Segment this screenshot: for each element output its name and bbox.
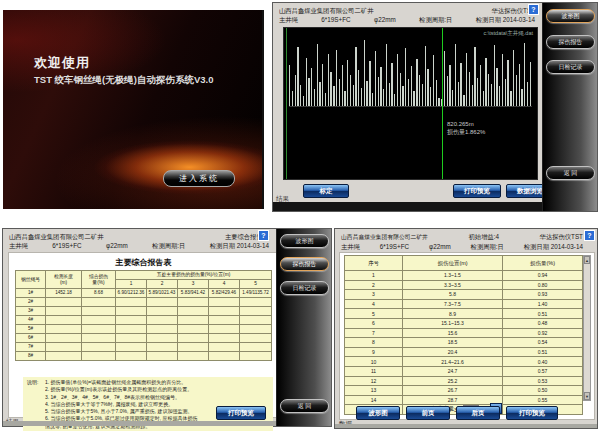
table-cell	[178, 352, 209, 361]
table-cell: 13	[345, 386, 403, 396]
enter-system-button[interactable]: 进入系统	[163, 170, 235, 187]
waveform-bars	[289, 36, 532, 107]
table-row[interactable]: 11.3~1.50.94	[345, 271, 583, 281]
report-header: 山西吕鑫煤业集团有限公司二矿井 主要综合报告表 主井绳 6*19S+FC φ22…	[9, 232, 269, 250]
waveform-bar	[306, 58, 307, 106]
help-icon[interactable]: ?	[584, 230, 595, 241]
waveform-bar	[444, 51, 445, 106]
prev-page-button[interactable]: 前页	[406, 406, 450, 420]
table-cell	[178, 334, 209, 343]
table-cell: 0.40	[503, 357, 583, 367]
table-cell	[116, 298, 147, 307]
next-page-button[interactable]: 后页	[456, 406, 500, 420]
print-preview-button[interactable]: 打印预览	[453, 184, 501, 198]
waveform-bar	[372, 93, 373, 106]
table-cell: 5.83/941.42	[178, 289, 209, 298]
note-line: 1. 损伤量值(单位%)=该截面处钢丝绳金属截面积损失的百分比。	[45, 379, 269, 386]
waveform-window: 山西吕鑫煤业集团有限公司二矿井 华达探伤仪TST 主井绳 6*19S+FC φ2…	[272, 2, 598, 212]
waveform-bar	[507, 60, 508, 106]
tab-report[interactable]: 探伤报告	[280, 257, 329, 271]
table-row[interactable]: 23.3~3.50.80	[345, 280, 583, 290]
table-cell: 8.9	[403, 309, 503, 319]
table-row[interactable]: 715.60.92	[345, 328, 583, 338]
company-name: 山西吕鑫煤业集团有限公司二矿井	[9, 232, 103, 241]
table-cell	[209, 343, 240, 352]
waveform-bar	[513, 50, 514, 106]
waveform-bar	[402, 86, 403, 106]
table-cell	[46, 325, 82, 334]
waveform-bar	[339, 79, 340, 106]
help-icon[interactable]: ?	[528, 4, 539, 15]
table-cell	[82, 316, 116, 325]
scroll-up-icon[interactable]: ▲	[584, 256, 590, 264]
tab-daily-log[interactable]: 日检记录	[546, 60, 595, 74]
note-line: 2. 损伤量(%)/位置(m)表示该处损伤量及其距检测起点的距离位置。	[45, 386, 269, 393]
check-cycle: 检测周期:日	[471, 242, 504, 251]
table-row: 1#1452.188.686.90/1212.365.89/1021.435.8…	[16, 289, 272, 298]
table-cell	[116, 343, 147, 352]
print-preview-button[interactable]: 打印预览	[506, 406, 558, 420]
rope-spec: 6*19S+FC	[380, 242, 409, 251]
table-cell	[147, 325, 178, 334]
table-row[interactable]: 615.1~15.30.48	[345, 318, 583, 328]
table-row[interactable]: 1326.70.50	[345, 386, 583, 396]
calibrate-button[interactable]: 标定	[303, 184, 349, 198]
table-row[interactable]: 35.80.93	[345, 290, 583, 300]
rope-diameter: φ22mm	[106, 241, 128, 250]
tab-waveform[interactable]: 波形图	[546, 9, 595, 23]
waveform-bar	[314, 89, 315, 107]
rope-spec: 6*19S+FC	[52, 241, 81, 250]
waveform-chart[interactable]: c:\tstdata\主井绳.dat 820.265m 损伤量1.862%	[283, 27, 538, 180]
waveform-button[interactable]: 波形图	[356, 406, 400, 420]
chart-cursor-line[interactable]	[442, 28, 443, 179]
scrollbar[interactable]: ▲ ▼	[583, 255, 591, 401]
waveform-bar	[295, 75, 296, 107]
waveform-bar	[483, 91, 484, 106]
initial-gain: 初始增益:4	[469, 232, 499, 241]
back-button[interactable]: 返 回	[546, 166, 595, 180]
rope-diameter: φ22mm	[374, 15, 396, 24]
device-name: 华达探伤仪TST	[540, 232, 583, 241]
tab-waveform[interactable]: 波形图	[280, 234, 329, 248]
data-header: 山西吕鑫煤业集团有限公司二矿井 初始增益:4 华达探伤仪TST 主井绳 6*19…	[341, 232, 583, 251]
waveform-bar	[364, 40, 365, 107]
table-row[interactable]: 1124.70.57	[345, 366, 583, 376]
report-table-title: 主要综合报告表	[9, 257, 278, 268]
table-cell	[147, 316, 178, 325]
check-cycle: 检测周期:日	[419, 15, 452, 24]
company-name: 山西吕鑫煤业集团有限公司二矿井	[341, 233, 428, 242]
waveform-bar	[480, 65, 481, 106]
waveform-bar	[308, 78, 309, 106]
damage-table: 序号 损伤位置(m) 损伤量(%) 11.3~1.50.9423.3~3.50.…	[344, 255, 583, 415]
table-cell: 20.4	[403, 347, 503, 357]
table-row[interactable]: 47.3~7.51.40	[345, 299, 583, 309]
waveform-bar	[408, 79, 409, 106]
print-preview-button[interactable]: 打印预览	[216, 406, 266, 420]
bottom-band	[335, 424, 597, 428]
waveform-bar	[383, 89, 384, 106]
splash-screen: 欢迎使用 TST 绞车钢丝绳(无极绳)自动探伤系统V3.0 进入系统	[3, 10, 264, 209]
table-row[interactable]: 1225.20.53	[345, 376, 583, 386]
waveform-bar	[524, 43, 525, 106]
waveform-bar	[447, 76, 448, 106]
waveform-bar	[289, 65, 290, 106]
scroll-down-icon[interactable]: ▼	[584, 392, 590, 400]
tab-report[interactable]: 探伤报告	[546, 35, 595, 49]
table-cell: 9	[345, 347, 403, 357]
waveform-bar	[430, 87, 431, 106]
col-position: 损伤位置(m)	[403, 256, 503, 271]
tab-daily-log[interactable]: 日检记录	[280, 281, 329, 295]
waveform-bar	[386, 44, 387, 106]
table-cell	[82, 307, 116, 316]
table-cell	[209, 307, 240, 316]
waveform-bar	[292, 91, 293, 106]
table-row[interactable]: 818.50.54	[345, 338, 583, 348]
table-row[interactable]: 1021.4~21.60.40	[345, 357, 583, 367]
table-row[interactable]: 58.90.51	[345, 309, 583, 319]
help-icon[interactable]: ?	[258, 230, 269, 241]
waveform-bar	[460, 63, 461, 106]
table-cell	[82, 298, 116, 307]
table-cell	[240, 307, 272, 316]
table-row[interactable]: 920.40.51	[345, 347, 583, 357]
back-button[interactable]: 返 回	[280, 399, 329, 413]
